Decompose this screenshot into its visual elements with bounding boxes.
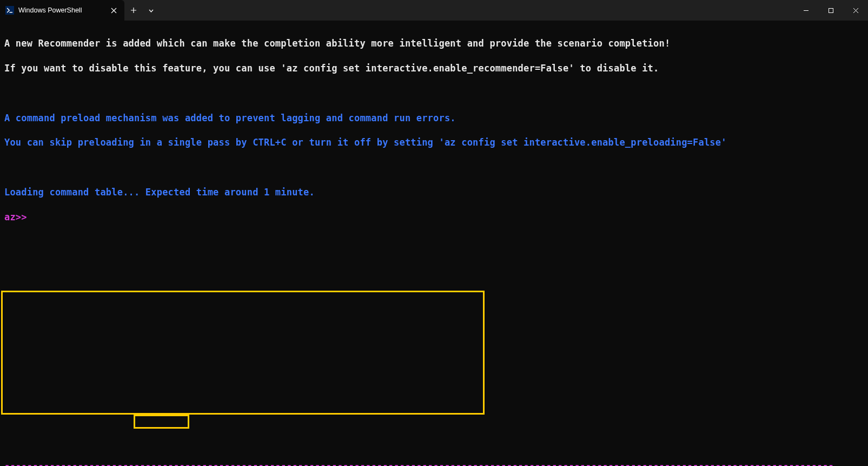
output-line: Loading command table... Expected time a… (4, 186, 864, 199)
window-controls (793, 0, 868, 21)
tab-dropdown-button[interactable] (143, 0, 159, 21)
maximize-button[interactable] (818, 0, 843, 21)
prompt-line[interactable]: az>> (4, 211, 864, 224)
tab-close-button[interactable] (108, 5, 119, 16)
tab-title: Windows PowerShell (18, 6, 108, 15)
svg-rect-2 (829, 8, 833, 12)
minimize-button[interactable] (793, 0, 818, 21)
terminal-output[interactable]: A new Recommender is added which can mak… (0, 21, 868, 466)
output-line: You can skip preloading in a single pass… (4, 136, 864, 149)
terminal-tab[interactable]: Windows PowerShell (0, 0, 124, 21)
output-line: If you want to disable this feature, you… (4, 62, 864, 75)
powershell-icon (5, 6, 14, 15)
output-line: A new Recommender is added which can mak… (4, 37, 864, 50)
output-line: A command preload mechanism was added to… (4, 112, 864, 124)
close-window-button[interactable] (843, 0, 868, 21)
window-titlebar: Windows PowerShell (0, 0, 868, 21)
new-tab-button[interactable] (124, 0, 143, 21)
divider-line: ----------------------------------------… (4, 460, 864, 466)
